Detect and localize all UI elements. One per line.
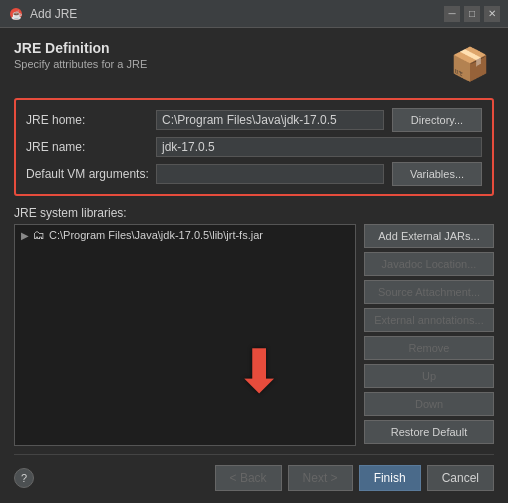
outlined-section: JRE home: C:\Program Files\Java\jdk-17.0… <box>14 98 494 196</box>
variables-button[interactable]: Variables... <box>392 162 482 186</box>
tree-item-label: C:\Program Files\Java\jdk-17.0.5\lib\jrt… <box>49 229 263 241</box>
jre-name-label: JRE name: <box>26 140 156 154</box>
title-bar-controls: ─ □ ✕ <box>444 6 500 22</box>
finish-button[interactable]: Finish <box>359 465 421 491</box>
buttons-column: Add External JARs... Javadoc Location...… <box>364 224 494 446</box>
jar-icon: 🗂 <box>33 228 45 242</box>
restore-default-button[interactable]: Restore Default <box>364 420 494 444</box>
cancel-button[interactable]: Cancel <box>427 465 494 491</box>
add-external-jars-button[interactable]: Add External JARs... <box>364 224 494 248</box>
up-button[interactable]: Up <box>364 364 494 388</box>
jre-home-label: JRE home: <box>26 113 156 127</box>
tree-container[interactable]: ▶ 🗂 C:\Program Files\Java\jdk-17.0.5\lib… <box>14 224 356 446</box>
libraries-area: ▶ 🗂 C:\Program Files\Java\jdk-17.0.5\lib… <box>14 224 494 446</box>
tree-arrow: ▶ <box>21 230 29 241</box>
title-bar: ☕ Add JRE ─ □ ✕ <box>0 0 508 28</box>
next-button[interactable]: Next > <box>288 465 353 491</box>
bottom-bar: ? < Back Next > Finish Cancel <box>14 454 494 491</box>
default-vm-label: Default VM arguments: <box>26 167 156 181</box>
jre-home-value[interactable]: C:\Program Files\Java\jdk-17.0.5 <box>156 110 384 130</box>
header-text: JRE Definition Specify attributes for a … <box>14 40 147 70</box>
bottom-buttons: < Back Next > Finish Cancel <box>215 465 494 491</box>
header-icon: 📦 <box>446 40 494 88</box>
dialog-title: JRE Definition <box>14 40 147 56</box>
help-button[interactable]: ? <box>14 468 34 488</box>
title-bar-icon: ☕ <box>8 6 24 22</box>
down-button[interactable]: Down <box>364 392 494 416</box>
dialog-body: JRE Definition Specify attributes for a … <box>0 28 508 503</box>
minimize-button[interactable]: ─ <box>444 6 460 22</box>
javadoc-location-button[interactable]: Javadoc Location... <box>364 252 494 276</box>
title-bar-title: Add JRE <box>30 7 444 21</box>
svg-text:☕: ☕ <box>11 9 23 21</box>
back-button[interactable]: < Back <box>215 465 282 491</box>
libraries-label: JRE system libraries: <box>14 206 494 220</box>
source-attachment-button[interactable]: Source Attachment... <box>364 280 494 304</box>
maximize-button[interactable]: □ <box>464 6 480 22</box>
external-annotations-button[interactable]: External annotations... <box>364 308 494 332</box>
directory-button[interactable]: Directory... <box>392 108 482 132</box>
header-row: JRE Definition Specify attributes for a … <box>14 40 494 88</box>
close-button[interactable]: ✕ <box>484 6 500 22</box>
tree-item[interactable]: ▶ 🗂 C:\Program Files\Java\jdk-17.0.5\lib… <box>15 225 355 245</box>
dialog-subtitle: Specify attributes for a JRE <box>14 58 147 70</box>
jre-name-value[interactable]: jdk-17.0.5 <box>156 137 482 157</box>
default-vm-value[interactable] <box>156 164 384 184</box>
remove-button[interactable]: Remove <box>364 336 494 360</box>
